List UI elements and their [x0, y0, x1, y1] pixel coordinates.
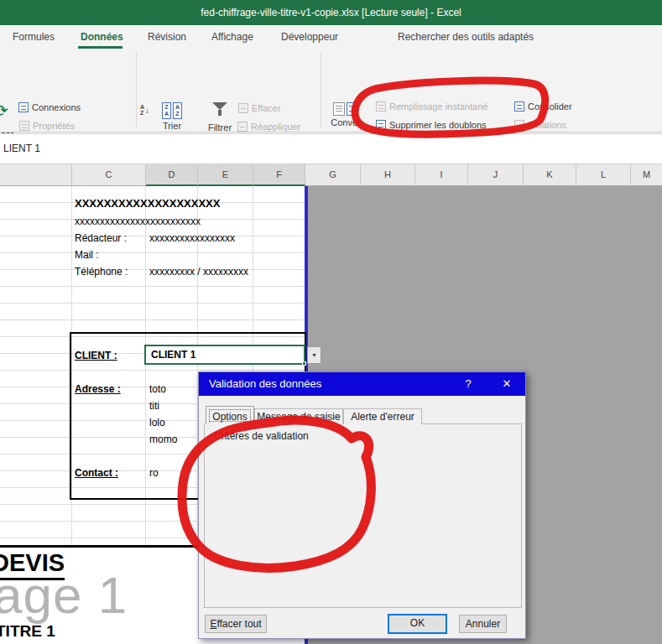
consolidate-icon	[514, 101, 524, 112]
tell-me-search[interactable]: Rechercher des outils adaptés	[398, 25, 534, 49]
column-headers: C D E F G H I J K L M	[0, 164, 662, 186]
fill-handle[interactable]	[302, 361, 306, 366]
flash-fill-icon	[376, 101, 386, 112]
column-header-L[interactable]: L	[576, 164, 631, 186]
sort-dialog-icon: ZA AZ	[162, 102, 182, 119]
formula-bar[interactable]: LIENT 1	[0, 133, 662, 164]
annuler-button[interactable]: Annuler	[459, 615, 507, 633]
cell-contact-label: Contact :	[75, 467, 118, 479]
dialog-tab-page	[204, 423, 522, 608]
cell-adresse-1: toto	[149, 383, 166, 395]
consolider-button[interactable]: Consolider	[514, 101, 572, 112]
cell-dropdown-button[interactable]: ▼	[307, 346, 321, 364]
column-header-blank[interactable]	[0, 164, 72, 186]
relations-button: Relations	[514, 120, 566, 130]
connexions-icon	[18, 102, 29, 112]
ribbon-separator	[136, 52, 137, 127]
excel-window: fed-chiffrage-ville-titre-v1-copie.xlsx …	[0, 0, 662, 644]
convertir-button[interactable]: Conver	[327, 102, 364, 127]
cell-line1: XXXXXXXXXXXXXXXXXXXX	[75, 197, 220, 210]
cell-telephone-value: xxxxxxxxx / xxxxxxxxx	[149, 266, 248, 278]
ribbon-tab-row: Formules Données Révision Affichage Déve…	[0, 25, 662, 49]
reapply-filter-icon	[237, 122, 248, 132]
cell-adresse-3: lolo	[149, 417, 165, 428]
tab-affichage[interactable]: Affichage	[211, 25, 253, 49]
clear-filter-icon	[238, 103, 248, 113]
text-to-columns-icon	[333, 102, 358, 116]
supprimer-doublons-button[interactable]: Supprimer les doublons	[376, 120, 487, 130]
proprietes-button: Propriétés	[19, 121, 75, 131]
tab-developpeur[interactable]: Développeur	[281, 25, 338, 49]
cell-adresse-label: Adresse :	[75, 383, 121, 395]
page-number-watermark: age 1	[0, 565, 128, 625]
cell-telephone-label: Téléphone :	[75, 266, 128, 278]
dialog-tab-message[interactable]: Message de saisie	[254, 408, 343, 424]
column-header-E[interactable]: E	[198, 164, 253, 186]
remplissage-button: Remplissage instantané	[376, 101, 487, 112]
ok-button[interactable]: OK	[388, 614, 447, 634]
column-header-G[interactable]: G	[305, 164, 361, 186]
criteria-group-label: Critères de validation	[211, 430, 312, 442]
effacer-tout-button[interactable]: Effacer tout	[205, 615, 267, 633]
dialog-titlebar[interactable]: Validation des données ? ✕	[199, 372, 525, 396]
cell-contact-value: ro	[149, 467, 159, 479]
column-header-F[interactable]: F	[253, 164, 305, 186]
window-title: fed-chiffrage-ville-titre-v1-copie.xlsx …	[0, 0, 662, 25]
filtrer-button[interactable]: Filtrer	[201, 102, 238, 132]
reappliquer-button: Réappliquer	[237, 122, 300, 132]
selected-cell-client[interactable]: CLIENT 1	[144, 345, 305, 365]
data-validation-dialog: Validation des données ? ✕ Options Messa…	[198, 371, 526, 639]
cell-redacteur-value: xxxxxxxxxxxxxxxxx	[149, 232, 235, 244]
column-header-K[interactable]: K	[524, 164, 576, 186]
effacer-button: Effacer	[238, 103, 281, 113]
sort-az-button[interactable]: AZ ↓	[140, 104, 149, 116]
properties-icon	[19, 121, 29, 131]
refresh-icon[interactable]: ⟳	[0, 101, 8, 121]
dialog-title: Validation des données	[209, 372, 321, 396]
dialog-tab-alerte[interactable]: Alerte d'erreur	[343, 408, 422, 424]
filter-icon	[212, 102, 227, 121]
column-header-M[interactable]: M	[631, 164, 662, 186]
tab-revision[interactable]: Révision	[148, 25, 186, 49]
relationships-icon	[514, 120, 524, 130]
trier-button[interactable]: ZA AZ Trier	[156, 102, 188, 131]
ribbon: ⟳ ser ▾ Connexions Propriétés Modifier l…	[0, 49, 662, 132]
column-header-C[interactable]: C	[72, 164, 146, 186]
window-titlebar: fed-chiffrage-ville-titre-v1-copie.xlsx …	[0, 0, 662, 25]
close-icon[interactable]: ✕	[498, 372, 515, 396]
ribbon-separator	[321, 52, 321, 127]
cell-adresse-4: momo	[149, 434, 177, 445]
column-header-I[interactable]: I	[415, 164, 468, 186]
cell-mail-label: Mail :	[75, 249, 99, 261]
column-header-J[interactable]: J	[468, 164, 524, 186]
help-icon[interactable]: ?	[460, 372, 477, 396]
dialog-tab-options[interactable]: Options	[206, 406, 254, 424]
cell-line2: xxxxxxxxxxxxxxxxxxxxxxxxx	[75, 216, 201, 227]
remove-duplicates-icon	[376, 120, 386, 130]
column-header-D[interactable]: D	[146, 164, 198, 186]
titre-heading: TITRE 1	[0, 622, 55, 641]
tab-formules[interactable]: Formules	[13, 25, 55, 49]
cell-adresse-2: titi	[149, 400, 159, 412]
tab-donnees[interactable]: Données	[81, 25, 123, 49]
cell-redacteur-label: Rédacteur :	[75, 232, 127, 244]
connexions-button[interactable]: Connexions	[18, 102, 81, 112]
cell-client-label: CLIENT :	[75, 350, 117, 361]
column-header-H[interactable]: H	[361, 164, 415, 186]
formula-bar-value: LIENT 1	[3, 143, 40, 154]
